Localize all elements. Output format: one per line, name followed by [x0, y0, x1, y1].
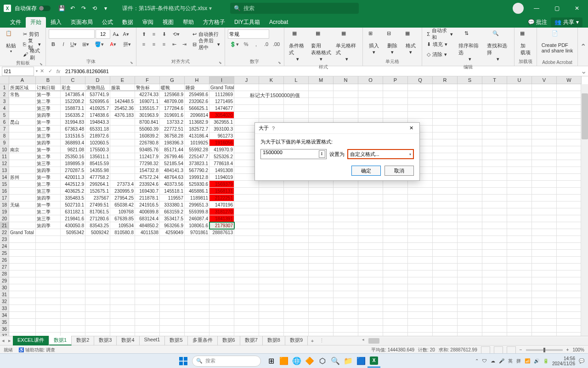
- row-header-27[interactable]: 27: [0, 264, 9, 270]
- cell[interactable]: [383, 243, 408, 250]
- cell[interactable]: [433, 243, 458, 250]
- cell[interactable]: [383, 98, 408, 105]
- cell[interactable]: [135, 326, 160, 333]
- cell[interactable]: [358, 229, 383, 236]
- cell[interactable]: [358, 243, 383, 250]
- row-header-4[interactable]: 4: [0, 105, 9, 112]
- cell[interactable]: [284, 250, 309, 257]
- tray-notifications-icon[interactable]: 💬: [579, 358, 584, 363]
- cell[interactable]: [532, 277, 557, 284]
- sheet-tab-1[interactable]: 数据1: [49, 336, 72, 345]
- cell[interactable]: [209, 298, 234, 305]
- cell[interactable]: [36, 305, 61, 312]
- cell[interactable]: [259, 215, 284, 222]
- cell[interactable]: [334, 201, 358, 208]
- cell[interactable]: [334, 326, 358, 333]
- cell[interactable]: [458, 236, 482, 243]
- cell[interactable]: [482, 333, 507, 336]
- maximize-icon[interactable]: ▢: [549, 3, 564, 14]
- cell[interactable]: [408, 236, 433, 243]
- cell[interactable]: [209, 257, 234, 264]
- cell[interactable]: [334, 305, 358, 312]
- cell[interactable]: [110, 333, 135, 336]
- cell[interactable]: [209, 333, 234, 336]
- cell[interactable]: [458, 222, 482, 229]
- cell[interactable]: [507, 229, 532, 236]
- paste-button[interactable]: 📋 粘贴▾: [3, 29, 19, 54]
- cell[interactable]: [309, 105, 334, 112]
- bold-icon[interactable]: B: [49, 40, 58, 49]
- cell[interactable]: [334, 229, 358, 236]
- row-header-18[interactable]: 18: [0, 201, 9, 208]
- row-header-31[interactable]: 31: [0, 291, 9, 298]
- cell[interactable]: 160839.2: [135, 132, 160, 139]
- fill-button[interactable]: ⬇ 填充 ▾: [425, 40, 455, 49]
- cell[interactable]: [9, 126, 36, 132]
- font-size-input[interactable]: [96, 29, 110, 39]
- menu-review[interactable]: 审阅: [138, 17, 158, 28]
- cell[interactable]: [234, 312, 259, 319]
- cell[interactable]: [557, 291, 582, 298]
- tray-lang[interactable]: 英: [508, 358, 513, 364]
- cell[interactable]: 36758.28: [160, 132, 185, 139]
- cell[interactable]: [259, 112, 284, 119]
- cell[interactable]: [458, 84, 482, 91]
- cell[interactable]: [358, 84, 383, 91]
- border-icon[interactable]: ⊞▾: [79, 40, 92, 49]
- cell[interactable]: 第一季: [36, 91, 61, 98]
- cell[interactable]: [110, 250, 135, 257]
- cell[interactable]: [309, 98, 334, 105]
- cell[interactable]: [557, 305, 582, 312]
- cell[interactable]: [408, 298, 433, 305]
- cell[interactable]: [309, 229, 334, 236]
- cell[interactable]: 174838.6: [85, 112, 110, 119]
- cell[interactable]: [383, 333, 408, 336]
- cell[interactable]: [259, 84, 284, 91]
- cell[interactable]: [557, 229, 582, 236]
- cell[interactable]: 259498.6: [185, 91, 209, 98]
- col-header-G[interactable]: G: [160, 76, 185, 84]
- cell[interactable]: 413186.4: [185, 132, 209, 139]
- row-header-3[interactable]: 3: [0, 98, 9, 105]
- cell[interactable]: [408, 250, 433, 257]
- cell[interactable]: [507, 333, 532, 336]
- cell[interactable]: [259, 222, 284, 229]
- menu-formulas[interactable]: 公式: [97, 17, 118, 28]
- cell[interactable]: [135, 243, 160, 250]
- cell[interactable]: [160, 270, 185, 277]
- cell[interactable]: 第四季: [36, 139, 61, 146]
- cell[interactable]: [458, 319, 482, 326]
- cell[interactable]: 119557: [160, 195, 185, 201]
- cell[interactable]: [160, 305, 185, 312]
- row-header-11[interactable]: 11: [0, 153, 9, 160]
- cell[interactable]: [532, 229, 557, 236]
- cell[interactable]: [383, 201, 408, 208]
- cell[interactable]: [209, 326, 234, 333]
- cell[interactable]: [309, 305, 334, 312]
- cell[interactable]: [458, 284, 482, 291]
- cell[interactable]: [61, 264, 85, 270]
- cell[interactable]: [482, 201, 507, 208]
- cell[interactable]: [532, 298, 557, 305]
- cell[interactable]: [234, 236, 259, 243]
- cancel-button[interactable]: 取消: [384, 166, 414, 176]
- cell[interactable]: 525930.6: [185, 181, 209, 188]
- cell[interactable]: [110, 139, 135, 146]
- cell[interactable]: 218972.6: [85, 132, 110, 139]
- cell[interactable]: [309, 91, 334, 98]
- cell[interactable]: [408, 98, 433, 105]
- cell[interactable]: [259, 229, 284, 236]
- cell[interactable]: [557, 236, 582, 243]
- addins-button[interactable]: ▦加 载项: [517, 29, 534, 57]
- cell[interactable]: [507, 264, 532, 270]
- align-launcher[interactable]: ⬊: [219, 61, 222, 65]
- cell[interactable]: [458, 126, 482, 132]
- cell[interactable]: [160, 257, 185, 264]
- cell[interactable]: [36, 326, 61, 333]
- cell[interactable]: [408, 333, 433, 336]
- cell[interactable]: [433, 132, 458, 139]
- dialog-close-icon[interactable]: ✕: [407, 125, 416, 131]
- cell[interactable]: 419970.9: [209, 146, 234, 153]
- cell[interactable]: [408, 270, 433, 277]
- row-header-13[interactable]: 13: [0, 167, 9, 174]
